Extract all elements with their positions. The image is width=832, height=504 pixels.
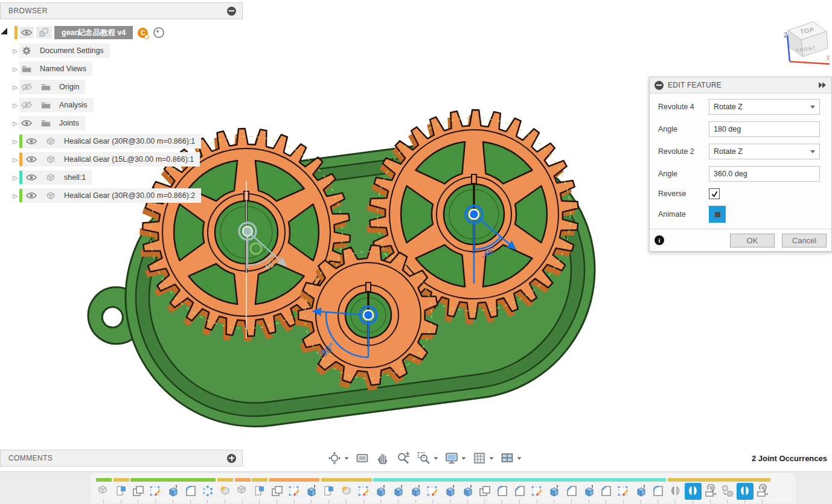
- timeline-item-extrude[interactable]: [391, 484, 406, 499]
- grid-and-snaps-button[interactable]: [469, 450, 497, 467]
- look-at-button[interactable]: [352, 450, 373, 467]
- eye-icon[interactable]: [24, 190, 39, 202]
- display-settings-button[interactable]: [441, 450, 469, 467]
- expand-icon[interactable]: ▷: [11, 48, 19, 54]
- expand-icon[interactable]: ▷: [11, 120, 19, 127]
- timeline-item-boxbox[interactable]: [270, 484, 284, 499]
- timeline-item-sketch[interactable]: [149, 484, 163, 499]
- timeline-item-plane[interactable]: [114, 484, 129, 499]
- info-icon[interactable]: i: [654, 235, 664, 245]
- timeline-item-plane[interactable]: [252, 484, 267, 499]
- timeline-item-extrude[interactable]: [547, 484, 562, 499]
- dialog-collapse-icon[interactable]: [654, 81, 664, 90]
- timeline-item-rigidgroup[interactable]: [720, 484, 735, 499]
- timeline-item-body[interactable]: [97, 484, 111, 499]
- browser-item-healical-gear-30r-30-00-m-0-866-1[interactable]: ▷Healical Gear (30R@30.00 m=0.866):1: [11, 134, 201, 148]
- timeline-item-motion[interactable]: [755, 484, 770, 499]
- timeline-item-extrude[interactable]: [166, 484, 181, 499]
- timeline-item-fillet[interactable]: [495, 484, 510, 499]
- expand-icon[interactable]: ▷: [11, 193, 19, 199]
- timeline-item-joint[interactable]: [686, 484, 700, 499]
- timeline-item-extrude[interactable]: [409, 484, 423, 499]
- animate-stop-button[interactable]: [709, 206, 726, 223]
- timeline-item-fillet[interactable]: [651, 484, 665, 499]
- browser-item-analysis[interactable]: ▷Analysis: [11, 98, 94, 112]
- timeline-item-extrude[interactable]: [443, 484, 458, 499]
- ok-button[interactable]: OK: [730, 234, 775, 247]
- browser-item-shell-1[interactable]: ▷shell:1: [11, 170, 92, 185]
- browser-item-healical-gear-15l-30-00-m-0-866-1[interactable]: ▷Healical Gear (15L@30.00 m=0.866):1: [11, 152, 200, 167]
- dialog-header[interactable]: EDIT FEATURE: [650, 77, 831, 94]
- timeline-item-chamfer[interactable]: [565, 484, 579, 499]
- timeline-item-newcomp[interactable]: [218, 484, 232, 499]
- timeline-item-body[interactable]: [235, 484, 250, 499]
- angle1-input[interactable]: [709, 121, 820, 137]
- timeline-item-sketch[interactable]: [357, 484, 371, 499]
- timeline-item-sketch[interactable]: [426, 484, 440, 499]
- eye-off-icon[interactable]: [19, 99, 34, 111]
- timeline-item-sketch[interactable]: [530, 484, 545, 499]
- component-color-bar[interactable]: [19, 153, 22, 166]
- angle2-input[interactable]: [709, 166, 820, 182]
- timeline-item-fillet[interactable]: [184, 484, 198, 499]
- chevron-down-icon[interactable]: [345, 457, 349, 459]
- comments-panel-header[interactable]: COMMENTS: [0, 450, 243, 467]
- chevron-down-icon[interactable]: [434, 457, 438, 459]
- timeline-item-extrude[interactable]: [634, 484, 648, 499]
- timeline-item-joint[interactable]: [668, 484, 683, 499]
- expand-icon[interactable]: ▷: [11, 174, 19, 181]
- eye-off-icon[interactable]: [19, 81, 34, 93]
- viewports-button[interactable]: [497, 450, 525, 467]
- timeline-item-pattern[interactable]: [200, 484, 215, 499]
- chevron-down-icon[interactable]: [517, 457, 522, 459]
- component-color-bar[interactable]: [19, 171, 22, 184]
- timeline-item-plane[interactable]: [322, 484, 336, 499]
- zoom-window-button[interactable]: [414, 450, 441, 467]
- browser-item-joints[interactable]: ▷Joints: [11, 116, 85, 130]
- timeline-item-motion[interactable]: [703, 484, 718, 499]
- timeline-item-joint[interactable]: [738, 484, 752, 499]
- browser-item-origin[interactable]: ▷Origin: [11, 80, 85, 94]
- root-expand-icon[interactable]: [1, 28, 7, 34]
- eye-icon[interactable]: [19, 117, 34, 129]
- component-color-bar[interactable]: [19, 189, 22, 202]
- expand-icon[interactable]: ▷: [11, 66, 19, 72]
- view-cube[interactable]: TOP FRONT Z X: [779, 8, 832, 69]
- cancel-button[interactable]: Cancel: [782, 234, 827, 247]
- timeline-item-chamfer[interactable]: [599, 484, 613, 499]
- reverse-checkbox[interactable]: [709, 188, 720, 199]
- timeline-item-extrude[interactable]: [374, 484, 388, 499]
- browser-item-healical-gear-30r-30-00-m-0-866-2[interactable]: ▷Healical Gear (30R@30.00 m=0.866):2: [11, 188, 201, 203]
- timeline-item-extrude[interactable]: [582, 484, 597, 499]
- revolute4-motion-select[interactable]: Rotate Z: [709, 99, 820, 115]
- dock-right-icon[interactable]: [818, 81, 827, 89]
- activate-component-radio[interactable]: [153, 27, 164, 38]
- document-name[interactable]: gear紀念品教程 v4: [54, 26, 133, 39]
- expand-icon[interactable]: ▷: [11, 156, 19, 163]
- timeline-item-newcomp[interactable]: [339, 484, 354, 499]
- eye-icon[interactable]: [19, 27, 34, 39]
- zoom-button[interactable]: [393, 450, 414, 467]
- eye-icon[interactable]: [24, 171, 39, 183]
- timeline-item-boxbox[interactable]: [478, 484, 492, 499]
- component-color-bar[interactable]: [19, 135, 22, 148]
- expand-icon[interactable]: ▷: [11, 138, 19, 145]
- timeline-item-chamfer[interactable]: [513, 484, 527, 499]
- browser-root-row[interactable]: gear紀念品教程 v4C: [11, 25, 164, 40]
- browser-collapse-icon[interactable]: [227, 7, 236, 16]
- timeline-item-extrude[interactable]: [304, 484, 319, 499]
- orbit-button[interactable]: [324, 450, 352, 467]
- browser-panel-header[interactable]: BROWSER: [0, 2, 243, 19]
- chevron-down-icon[interactable]: [490, 457, 494, 459]
- browser-item-named-views[interactable]: ▷Named Views: [11, 62, 92, 76]
- timeline-item-sketch[interactable]: [616, 484, 631, 499]
- add-comment-icon[interactable]: [227, 454, 236, 463]
- chevron-down-icon[interactable]: [462, 457, 466, 459]
- model-canvas[interactable]: -45° -45° 90°: [0, 0, 832, 504]
- timeline-item-sketch[interactable]: [287, 484, 302, 499]
- pan-button[interactable]: [373, 450, 393, 467]
- cloud-status-icon[interactable]: C: [138, 28, 148, 38]
- timeline-item-extrude[interactable]: [461, 484, 475, 499]
- timeline-track[interactable]: [91, 473, 796, 503]
- timeline-item-boxbox[interactable]: [131, 484, 146, 499]
